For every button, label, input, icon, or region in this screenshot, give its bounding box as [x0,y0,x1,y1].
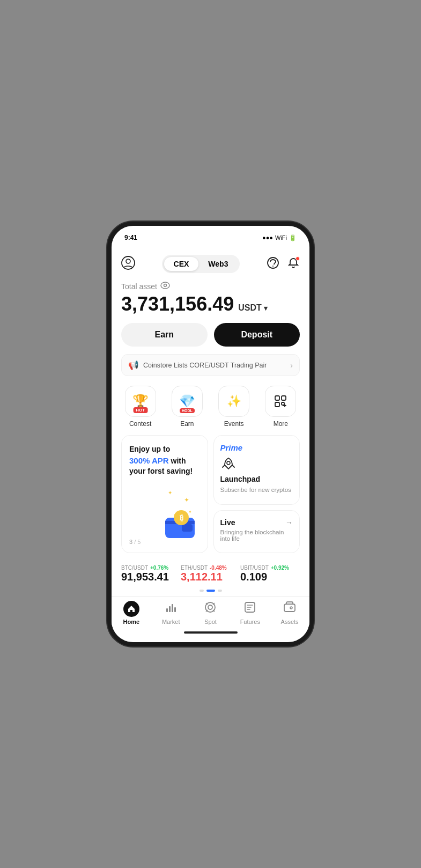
total-amount-value: 3,731,156.49 [121,293,234,315]
sparkle-icon-1: ✦ [184,496,189,504]
nav-market-label: Market [162,619,180,625]
profile-button[interactable] [121,256,135,273]
nav-spot-label: Spot [204,619,217,625]
svg-point-3 [272,266,274,267]
live-subtitle: Bringing the blockchain into life [220,529,293,542]
prime-label: Prime [220,443,243,452]
spot-icon [204,601,217,617]
svg-point-25 [208,605,212,609]
notification-dot [296,256,300,261]
home-indicator [184,631,238,634]
more-icon [274,394,287,408]
ticker-btc[interactable]: BTC/USDT +0.76% 91,953.41 [121,565,181,583]
svg-rect-6 [275,396,279,400]
menu-item-events[interactable]: ✨ Events [215,386,253,428]
nav-futures[interactable]: Futures [230,601,270,625]
nav-assets[interactable]: Assets [270,601,309,625]
earn-button[interactable]: Earn [121,323,208,347]
btc-price: 91,953.41 [121,571,181,583]
tab-web3[interactable]: Web3 [198,257,238,271]
sparkle-icon-2: ✦ [168,490,172,496]
svg-rect-8 [275,402,279,407]
menu-item-more[interactable]: More [261,386,300,428]
eth-price: 3,112.11 [181,571,240,583]
more-label: More [274,420,288,428]
arrow-right-icon: → [285,518,293,527]
svg-point-28 [290,607,292,609]
svg-rect-23 [174,607,176,612]
events-label: Events [224,420,244,428]
card-live[interactable]: Live → Bringing the blockchain into life [213,510,300,554]
nav-spot[interactable]: Spot [191,601,231,625]
market-icon [165,601,178,617]
live-title: Live [220,518,235,527]
quick-menu: 🏆 HOT Contest 💎 HODL Earn ✨ Events [112,384,309,435]
contest-icon: 🏆 [132,394,149,409]
launchpad-subtitle: Subscribe for new cryptos [220,487,291,493]
chevron-right-icon: › [290,361,293,370]
header: CEX Web3 [112,249,309,277]
dot-1 [200,590,204,592]
card-savings-text3: your forst saving! [129,467,193,475]
menu-item-earn[interactable]: 💎 HODL Earn [168,386,206,428]
wallet-illustration: ₿ ✦ ✦ [163,506,200,545]
ubit-price: 0.109 [240,571,300,583]
svg-rect-22 [172,604,173,612]
svg-rect-27 [284,604,295,612]
header-icons [267,256,300,272]
card-savings-text2: with [171,457,186,465]
dot-3 [218,590,222,592]
ticker-ubit[interactable]: UBIT/USDT +0.92% 0.109 [240,565,300,583]
assets-icon [283,601,296,617]
nav-home-label: Home [123,619,140,625]
earn-icon: 💎 [179,394,195,409]
contest-label: Contest [129,420,151,428]
nav-futures-label: Futures [240,619,260,625]
deposit-button[interactable]: Deposit [214,323,300,347]
notification-button[interactable] [287,256,300,272]
total-asset-label: Total asset [121,282,157,291]
svg-point-4 [161,282,169,289]
nav-assets-label: Assets [281,619,299,625]
apr-highlight: 300% APR [129,456,169,465]
ticker-dots [112,590,309,596]
svg-rect-14 [182,524,193,532]
bottom-nav: Home Market [112,596,309,627]
svg-text:✦: ✦ [188,510,192,514]
card-launchpad[interactable]: Prime Launchpad Subscribe for new crypto… [213,435,300,505]
tab-cex[interactable]: CEX [164,257,199,271]
ticker-eth[interactable]: ETH/USDT -0.48% 3,112.11 [181,565,240,583]
svg-point-19 [227,461,230,465]
market-ticker: BTC/USDT +0.76% 91,953.41 ETH/USDT -0.48… [112,561,309,590]
announce-icon: 📢 [128,360,139,370]
announcement-text: Coinstore Lists CORE/USDT Trading Pair [143,362,267,369]
menu-item-contest[interactable]: 🏆 HOT Contest [121,386,160,428]
earn-label: Earn [180,420,194,428]
svg-rect-20 [166,608,168,612]
nav-home[interactable]: Home [112,601,151,625]
svg-point-1 [126,259,130,263]
svg-rect-9 [282,402,284,405]
svg-text:₿: ₿ [179,513,183,522]
nav-market[interactable]: Market [151,601,191,625]
cards-grid: Enjoy up to 300% APR with your forst sav… [112,435,309,561]
support-button[interactable] [267,256,279,272]
eye-icon[interactable] [160,282,170,291]
home-icon [123,601,139,617]
svg-rect-7 [282,396,286,400]
card-page-indicator: 3 / 5 [129,539,141,545]
svg-point-5 [164,284,166,287]
currency-label[interactable]: USDT ▾ [238,303,268,313]
svg-text:✦: ✦ [173,512,178,518]
card-savings[interactable]: Enjoy up to 300% APR with your forst sav… [121,435,208,553]
futures-icon [243,601,256,617]
announcement-banner[interactable]: 📢 Coinstore Lists CORE/USDT Trading Pair… [121,354,300,376]
launchpad-title: Launchpad [220,475,261,483]
hot-badge: HOT [133,407,147,413]
card-savings-text1: Enjoy up to [129,445,170,453]
events-icon: ✨ [227,394,241,408]
action-buttons: Earn Deposit [112,323,309,354]
svg-rect-21 [169,606,171,612]
dot-2 [206,590,215,592]
total-asset-section: Total asset 3,731,156.49 USDT ▾ [112,277,309,323]
